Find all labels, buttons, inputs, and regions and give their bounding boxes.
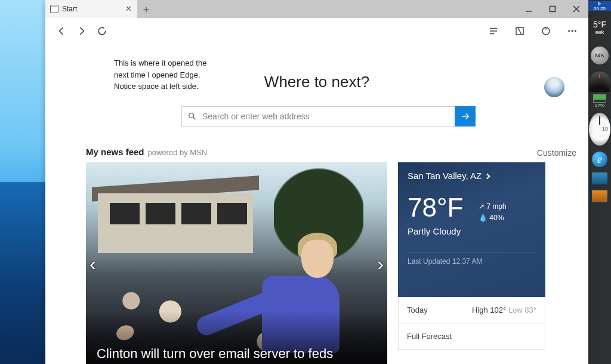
sidebar-cpu-gadget[interactable]: 27%	[589, 69, 610, 108]
news-headline-card[interactable]: ‹ › Clinton will turn over email server …	[86, 162, 387, 364]
svg-point-7	[569, 30, 570, 32]
news-feed-header: My news feedpowered by MSN	[86, 147, 207, 157]
refresh-button[interactable]	[93, 22, 111, 40]
weather-forecast-link[interactable]: Full Forecast	[398, 323, 545, 350]
browser-window: Start ✕ ＋ This is where it opened thenex…	[45, 0, 588, 364]
svg-point-6	[545, 27, 547, 29]
svg-rect-1	[550, 7, 556, 12]
news-headline: Clinton will turn over email server to f…	[97, 346, 333, 362]
sidebar-gadget[interactable]	[591, 172, 608, 185]
page-heading: Where to next?	[45, 73, 588, 91]
page-content: This is where it opened thenext time I o…	[45, 44, 588, 364]
tab-title: Start	[62, 5, 77, 13]
page-icon	[50, 5, 58, 13]
svg-point-5	[542, 27, 550, 35]
search-go-button[interactable]	[455, 106, 476, 127]
weather-today-row[interactable]: Today High 102° Low 83°	[398, 297, 545, 323]
window-maximize-button[interactable]	[541, 0, 564, 18]
share-button[interactable]	[537, 22, 555, 40]
weather-details: ↗ 7 mph 💧 40%	[479, 201, 507, 224]
weather-updated: Last Updated 12:37 AM	[408, 252, 536, 266]
window-close-button[interactable]	[564, 0, 588, 18]
web-note-button[interactable]	[511, 22, 529, 40]
user-avatar[interactable]	[544, 77, 564, 97]
search-input[interactable]	[202, 112, 455, 121]
sidebar-gadget[interactable]	[591, 190, 608, 203]
weather-location[interactable]: San Tan Valley, AZ	[408, 171, 536, 181]
search-icon	[182, 112, 202, 121]
browser-toolbar	[45, 18, 588, 44]
back-button[interactable]	[53, 22, 70, 40]
search-box[interactable]	[181, 106, 455, 127]
svg-point-8	[572, 30, 573, 32]
sidebar-player[interactable]: 00:25	[588, 1, 611, 11]
svg-point-10	[189, 113, 194, 118]
forward-button[interactable]	[73, 22, 91, 40]
weather-temperature: 78°F	[408, 193, 536, 223]
sidebar-ie-icon[interactable]: e	[592, 152, 607, 167]
reading-view-button[interactable]	[485, 22, 502, 40]
close-tab-button[interactable]: ✕	[124, 4, 132, 13]
sidebar-weather-gadget[interactable]: 5°Feek	[589, 13, 610, 42]
news-prev-button[interactable]: ‹	[90, 253, 96, 275]
svg-point-9	[575, 30, 576, 32]
tab-start[interactable]: Start ✕	[45, 0, 137, 18]
desktop-sidebar: 00:25 5°Feek N/A 27% 10 e	[588, 0, 611, 364]
window-minimize-button[interactable]	[517, 0, 541, 18]
more-button[interactable]	[563, 22, 581, 40]
svg-line-11	[193, 118, 196, 120]
customize-link[interactable]: Customize	[537, 148, 576, 158]
news-next-button[interactable]: ›	[377, 253, 384, 275]
weather-condition: Partly Cloudy	[408, 226, 536, 236]
chevron-right-icon	[485, 174, 490, 180]
tab-strip: Start ✕ ＋	[45, 0, 588, 18]
sidebar-na-gadget[interactable]: N/A	[591, 47, 609, 64]
new-tab-button[interactable]: ＋	[137, 0, 155, 18]
weather-card[interactable]: San Tan Valley, AZ 78°F ↗ 7 mph 💧 40% Pa…	[398, 162, 545, 350]
sidebar-clock-gadget[interactable]: 10	[589, 113, 610, 146]
